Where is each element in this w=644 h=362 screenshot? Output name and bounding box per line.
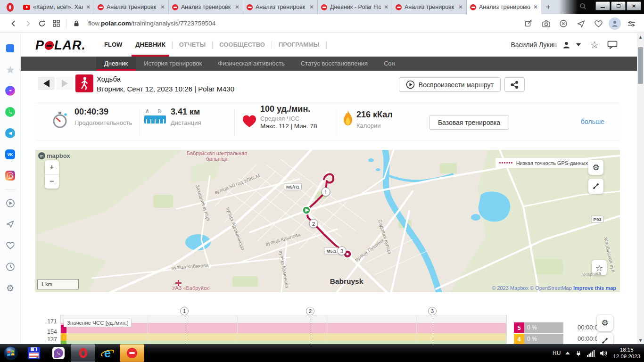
tab-diary[interactable]: Дневник - Polar Flo ✕ [318,0,392,14]
hr-plot-area[interactable]: Значение ЧСС [уд./мин.] [60,315,507,344]
subnav-activity[interactable]: Физическая активность [210,57,293,71]
pinboard-icon[interactable] [0,59,21,80]
tab-close-icon[interactable]: ✕ [86,4,91,10]
taskbar-clock[interactable]: 18:15 12.09.2023 [613,346,640,360]
next-session-button[interactable] [56,77,73,90]
volume-icon[interactable] [600,350,608,357]
tab-analysis-1[interactable]: Анализ тренировк ✕ [94,0,169,14]
prev-session-button[interactable] [38,77,55,90]
tab-analysis-2[interactable]: Анализ тренировк ✕ [169,0,243,14]
map-fullscreen-button[interactable] [588,179,603,194]
tab-youtube[interactable]: «Карим, все!». Хал ✕ [20,0,94,14]
tab-analysis-4[interactable]: Анализ тренировк ✕ [392,0,467,14]
user-name[interactable]: Василий Лукин [511,41,557,49]
scroll-up-arrow[interactable]: ▲ [637,33,644,41]
hr-chart-section: 1 2 3 171 154 137 Значение ЧСС [уд./мин.… [35,305,620,344]
favorites-heart-icon[interactable] [0,235,21,256]
user-person-icon[interactable] [562,41,570,49]
url-path: /training/analysis/7723759504 [131,20,215,27]
tab-analysis-active[interactable]: Анализ тренировки ✕ [467,0,541,14]
send-to-flow-icon[interactable] [574,16,588,31]
messenger-icon[interactable] [0,80,21,101]
taskbar-ie-icon[interactable]: e [95,344,120,362]
tab-close-icon[interactable]: ✕ [235,4,239,10]
player-icon[interactable] [0,192,21,214]
polar-flow-logo[interactable]: PLAR. [35,38,86,53]
vk-icon[interactable]: VK [0,144,21,165]
attribution-links[interactable]: © 2023 Mapbox © OpenStreetMap [492,285,572,291]
subnav-sleep[interactable]: Сон [376,57,403,71]
telegram-icon[interactable] [0,123,21,144]
adblock-shield-icon[interactable] [556,16,570,31]
improve-map-link[interactable]: Improve this map [573,285,616,291]
taskbar-viber-icon[interactable] [46,344,71,362]
nav-community[interactable]: СООБЩЕСТВО [213,33,272,57]
back-icon[interactable] [7,16,21,31]
tab-close-icon[interactable]: ✕ [533,4,538,10]
page-scrollbar[interactable]: ▲ ▼ [637,33,644,344]
history-clock-icon[interactable] [0,256,21,277]
sidebar-settings-gear-icon[interactable]: ⚙ [0,277,21,298]
speed-dial-icon[interactable] [49,16,63,31]
more-link[interactable]: больше [581,118,604,125]
nav-reports[interactable]: ОТЧЕТЫ [173,33,213,57]
language-indicator[interactable]: RU [553,350,561,356]
subnav-recovery-status[interactable]: Статус восстановления [293,57,376,71]
chart-settings-gear-button[interactable]: ⚙ [597,315,613,331]
feedback-bubble-icon[interactable] [607,41,618,49]
chart-expand-button[interactable] [597,333,613,344]
tab-close-icon[interactable]: ✕ [160,4,165,10]
window-minimize-button[interactable] [595,1,610,10]
tab-close-icon[interactable]: ✕ [458,4,463,10]
tab-search-icon[interactable] [579,3,586,10]
route-map[interactable]: mmapbox + − •••••• Низкая точность GPS-д… [35,150,620,292]
training-type-button[interactable]: Базовая тренировка [429,115,509,130]
mapbox-logo[interactable]: mmapbox [38,152,70,159]
subnav-training-history[interactable]: История тренировок [136,57,210,71]
workspace-icon[interactable] [0,38,21,59]
lap-marker-2[interactable]: 2 [306,307,314,315]
share-button[interactable] [504,77,525,92]
reload-icon[interactable] [35,16,49,31]
tab-close-icon[interactable]: ✕ [309,4,314,10]
tab-close-icon[interactable]: ✕ [384,4,388,10]
favorites-star-icon[interactable]: ☆ [590,39,599,50]
taskbar-polar-flowsync-icon[interactable] [120,344,144,362]
zoom-in-button[interactable]: + [45,160,59,175]
replay-route-button[interactable]: Воспроизвести маршрут [399,77,501,92]
bookmark-heart-icon[interactable] [591,16,605,31]
profile-avatar[interactable] [609,17,621,30]
settings-tune-icon[interactable] [624,16,638,31]
url-field[interactable]: flow.polar.com/training/analysis/7723759… [88,20,215,27]
lock-icon[interactable] [69,16,83,31]
zoom-out-button[interactable]: − [45,175,59,189]
tab-analysis-3[interactable]: Анализ тренировк ✕ [243,0,318,14]
network-signal-icon[interactable] [587,350,595,357]
nav-diary[interactable]: ДНЕВНИК [129,33,172,57]
bookmark-edit-icon[interactable] [521,16,536,31]
opera-logo-icon[interactable] [0,0,20,14]
scrollbar-thumb[interactable] [638,47,643,84]
snapshot-camera-icon[interactable] [539,16,553,31]
remove-hardware-icon[interactable] [575,349,582,357]
lap-marker-3[interactable]: 3 [428,307,437,315]
user-dropdown-caret-icon[interactable] [576,43,581,46]
taskbar-opera-icon[interactable] [71,344,95,362]
whatsapp-icon[interactable] [0,101,21,123]
map-settings-gear-button[interactable]: ⚙ [588,160,603,175]
hidden-icons-arrow[interactable] [565,352,570,354]
lap-marker-1[interactable]: 1 [180,307,189,315]
forward-icon[interactable] [21,16,35,31]
subnav-diary[interactable]: Дневник [96,57,136,71]
taskbar-save-floppy-icon[interactable]: 64 [22,344,46,362]
nav-flow[interactable]: FLOW [98,33,129,57]
instagram-icon[interactable] [0,165,21,186]
nav-programs[interactable]: ПРОГРАММЫ [272,33,326,57]
scroll-down-arrow[interactable]: ▼ [637,337,644,344]
start-button[interactable] [0,344,22,362]
window-close-button[interactable]: × [627,1,641,10]
new-tab-button[interactable]: + [541,0,555,14]
window-restore-button[interactable] [611,1,626,10]
windows-taskbar: 64 e RU 18:15 12.09.2023 [0,344,644,362]
my-flow-icon[interactable] [0,214,21,235]
